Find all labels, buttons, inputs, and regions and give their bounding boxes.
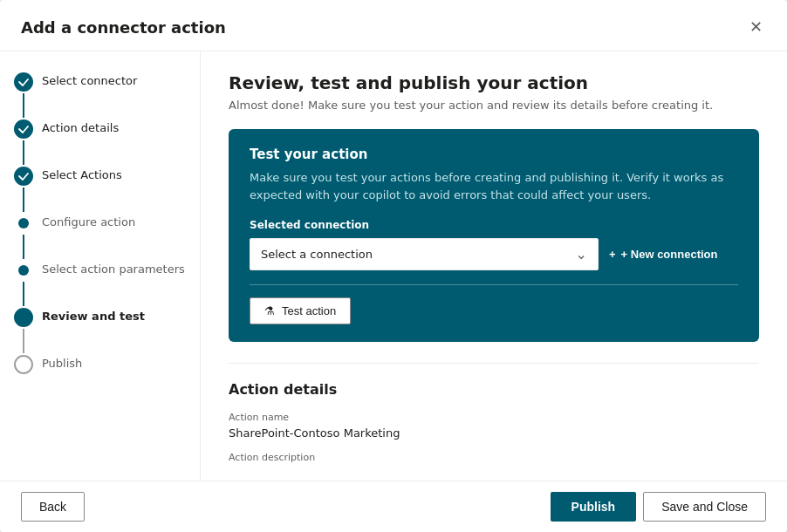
step-connector-5 <box>14 261 33 308</box>
sidebar-item-configure-action: Configure action <box>14 214 186 261</box>
connection-select-dropdown[interactable]: Select a connection ⌄ <box>250 238 599 270</box>
step-line-2 <box>23 140 24 165</box>
connection-row: Select a connection ⌄ + + New connection <box>250 238 738 270</box>
new-connection-label: + New connection <box>621 248 718 261</box>
sidebar-step-label-5: Select action parameters <box>42 261 185 302</box>
sidebar-item-publish: Publish <box>14 355 186 396</box>
test-action-label: Test action <box>282 304 336 317</box>
sidebar-item-select-action-parameters: Select action parameters <box>14 261 186 308</box>
plus-icon: + <box>609 248 616 261</box>
action-description-label: Action description <box>229 452 759 463</box>
step-icon-5 <box>18 265 29 276</box>
back-button[interactable]: Back <box>21 492 85 522</box>
sidebar-step-label-6: Review and test <box>42 308 145 349</box>
connection-label: Selected connection <box>250 219 738 231</box>
chevron-down-icon: ⌄ <box>576 246 587 263</box>
sidebar-step-label-2: Action details <box>42 119 119 160</box>
sidebar-step-label-1: Select connector <box>42 72 137 113</box>
action-name-value: SharePoint-Contoso Marketing <box>229 426 759 440</box>
test-card-divider <box>250 284 738 285</box>
save-and-close-button[interactable]: Save and Close <box>643 492 766 522</box>
publish-button[interactable]: Publish <box>551 492 637 522</box>
step-icon-4 <box>18 218 29 228</box>
action-description-field-group: Action description <box>229 452 759 463</box>
sidebar-item-review-and-test: Review and test <box>14 308 186 355</box>
sidebar: Select connector Action details <box>0 51 201 481</box>
sidebar-step-label-3: Select Actions <box>42 167 122 208</box>
action-name-label: Action name <box>229 412 759 423</box>
close-button[interactable]: ✕ <box>746 14 766 40</box>
sidebar-item-select-actions: Select Actions <box>14 167 186 214</box>
step-icon-3 <box>14 167 33 186</box>
step-connector-3 <box>14 167 33 214</box>
step-connector-1 <box>14 72 33 119</box>
action-name-field-group: Action name SharePoint-Contoso Marketing <box>229 412 759 440</box>
step-icon-1 <box>14 72 33 92</box>
sidebar-step-label-4: Configure action <box>42 214 135 255</box>
step-line-3 <box>23 188 24 212</box>
modal-header: Add a connector action ✕ <box>0 0 787 51</box>
action-details-section: Action details Action name SharePoint-Co… <box>229 363 759 463</box>
page-title: Review, test and publish your action <box>229 72 759 93</box>
sidebar-step-label-7: Publish <box>42 355 82 396</box>
step-line-6 <box>23 329 24 353</box>
connection-select-value: Select a connection <box>261 248 373 261</box>
action-details-title: Action details <box>229 381 759 398</box>
test-action-button[interactable]: ⚗ Test action <box>250 297 351 324</box>
step-connector-7 <box>14 355 33 374</box>
step-line-1 <box>23 93 24 118</box>
step-line-4 <box>23 235 24 259</box>
step-icon-7 <box>14 355 33 374</box>
test-card-title: Test your action <box>250 147 738 162</box>
step-icon-2 <box>14 119 33 139</box>
modal-title: Add a connector action <box>21 18 226 37</box>
step-connector-6 <box>14 308 33 355</box>
step-connector-4 <box>14 214 33 261</box>
step-line-5 <box>23 282 24 306</box>
modal-footer: Back Publish Save and Close <box>0 481 787 532</box>
sidebar-item-select-connector: Select connector <box>14 72 186 119</box>
modal-container: Add a connector action ✕ Select connecto… <box>0 0 787 532</box>
step-icon-6 <box>14 308 33 327</box>
main-content: Review, test and publish your action Alm… <box>201 51 787 481</box>
sidebar-item-action-details: Action details <box>14 119 186 167</box>
modal-body: Select connector Action details <box>0 51 787 481</box>
page-subtitle: Almost done! Make sure you test your act… <box>229 99 759 112</box>
close-icon: ✕ <box>749 17 763 37</box>
test-card-description: Make sure you test your actions before c… <box>250 169 738 203</box>
footer-right-buttons: Publish Save and Close <box>551 492 766 522</box>
step-connector-2 <box>14 119 33 167</box>
step-list: Select connector Action details <box>14 72 186 396</box>
new-connection-button[interactable]: + + New connection <box>609 248 717 261</box>
test-card: Test your action Make sure you test your… <box>229 129 759 342</box>
flask-icon: ⚗ <box>264 304 275 317</box>
